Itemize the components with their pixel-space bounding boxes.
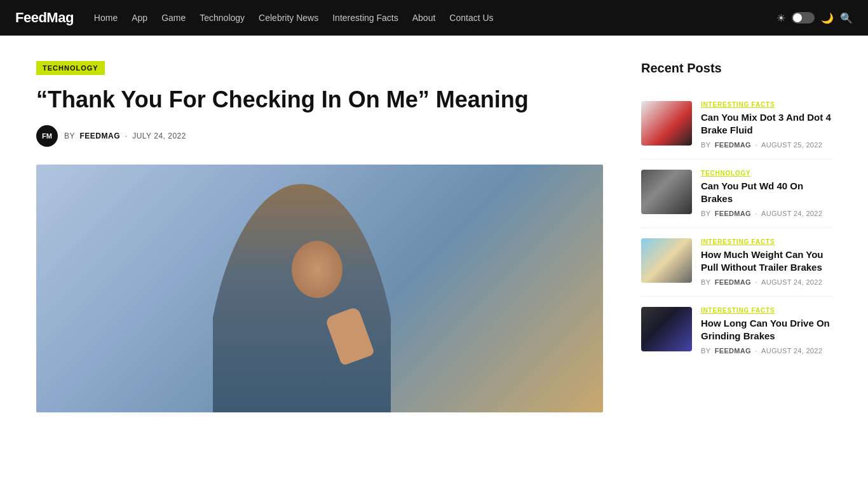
- article-column: TECHNOLOGY “Thank You For Checking In On…: [36, 61, 603, 412]
- main-nav: HomeAppGameTechnologyCelebrity NewsInter…: [94, 13, 756, 23]
- post-thumbnail-3: [641, 238, 692, 283]
- post-category-2[interactable]: TECHNOLOGY: [701, 170, 832, 177]
- post-title-3[interactable]: How Much Weight Can You Pull Without Tra…: [701, 248, 832, 273]
- article-hero-image: [36, 165, 603, 412]
- sun-icon[interactable]: ☀: [776, 12, 785, 24]
- post-info-1: INTERESTING FACTS Can You Mix Dot 3 And …: [701, 101, 832, 149]
- article-title: “Thank You For Checking In On Me” Meanin…: [36, 86, 603, 112]
- post-thumbnail-2: [641, 170, 692, 214]
- author-avatar: FM: [36, 125, 58, 147]
- article-meta: FM BY FEEDMAG · JULY 24, 2022: [36, 125, 603, 147]
- post-thumbnail-4: [641, 307, 692, 351]
- article-date: JULY 24, 2022: [132, 132, 186, 140]
- dark-mode-toggle[interactable]: [792, 12, 815, 24]
- nav-item-home[interactable]: Home: [94, 13, 118, 23]
- search-icon[interactable]: 🔍: [840, 12, 853, 24]
- post-meta-4: BY FEEDMAG · AUGUST 24, 2022: [701, 347, 832, 355]
- header-controls: ☀ 🌙 🔍: [776, 12, 853, 24]
- recent-post-1: INTERESTING FACTS Can You Mix Dot 3 And …: [641, 91, 832, 159]
- nav-item-game[interactable]: Game: [161, 13, 186, 23]
- sidebar-title: Recent Posts: [641, 61, 832, 76]
- nav-item-celebrity-news[interactable]: Celebrity News: [259, 13, 318, 23]
- nav-item-interesting-facts[interactable]: Interesting Facts: [332, 13, 398, 23]
- post-thumbnail-1: [641, 101, 692, 146]
- post-info-3: INTERESTING FACTS How Much Weight Can Yo…: [701, 238, 832, 286]
- recent-post-3: INTERESTING FACTS How Much Weight Can Yo…: [641, 228, 832, 297]
- nav-item-about[interactable]: About: [412, 13, 436, 23]
- sidebar: Recent Posts INTERESTING FACTS Can You M…: [641, 61, 832, 412]
- by-label: BY: [64, 132, 75, 140]
- post-meta-3: BY FEEDMAG · AUGUST 24, 2022: [701, 278, 832, 286]
- page-wrapper: TECHNOLOGY “Thank You For Checking In On…: [21, 36, 847, 438]
- author-name[interactable]: FEEDMAG: [79, 132, 120, 140]
- post-title-4[interactable]: How Long Can You Drive On Grinding Brake…: [701, 317, 832, 342]
- article-byline: BY FEEDMAG · JULY 24, 2022: [64, 132, 186, 140]
- post-category-4[interactable]: INTERESTING FACTS: [701, 307, 832, 314]
- recent-post-4: INTERESTING FACTS How Long Can You Drive…: [641, 297, 832, 365]
- post-category-1[interactable]: INTERESTING FACTS: [701, 101, 832, 108]
- thumbs-up-decoration: [325, 306, 375, 366]
- post-meta-2: BY FEEDMAG · AUGUST 24, 2022: [701, 210, 832, 217]
- post-title-2[interactable]: Can You Put Wd 40 On Brakes: [701, 180, 832, 205]
- article-category-tag[interactable]: TECHNOLOGY: [36, 61, 105, 75]
- nav-item-app[interactable]: App: [132, 13, 147, 23]
- nav-item-technology[interactable]: Technology: [200, 13, 245, 23]
- nav-item-contact-us[interactable]: Contact Us: [449, 13, 493, 23]
- recent-post-2: TECHNOLOGY Can You Put Wd 40 On Brakes B…: [641, 159, 832, 228]
- recent-posts-list: INTERESTING FACTS Can You Mix Dot 3 And …: [641, 91, 832, 365]
- post-info-2: TECHNOLOGY Can You Put Wd 40 On Brakes B…: [701, 170, 832, 217]
- moon-icon[interactable]: 🌙: [821, 12, 834, 24]
- post-info-4: INTERESTING FACTS How Long Can You Drive…: [701, 307, 832, 355]
- site-logo[interactable]: FeedMag: [15, 10, 74, 26]
- site-header: FeedMag HomeAppGameTechnologyCelebrity N…: [0, 0, 868, 36]
- post-title-1[interactable]: Can You Mix Dot 3 And Dot 4 Brake Fluid: [701, 111, 832, 136]
- post-meta-1: BY FEEDMAG · AUGUST 25, 2022: [701, 141, 832, 149]
- post-category-3[interactable]: INTERESTING FACTS: [701, 238, 832, 245]
